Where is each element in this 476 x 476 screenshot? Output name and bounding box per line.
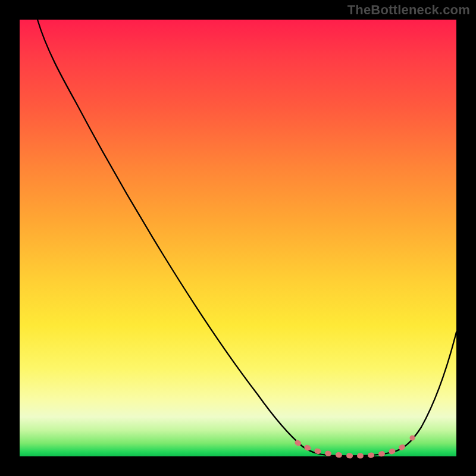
- chart-frame: TheBottleneck.com: [0, 0, 476, 476]
- bottleneck-curve-svg: [20, 20, 456, 456]
- plot-area: [20, 20, 456, 456]
- bottleneck-curve: [37, 20, 456, 456]
- watermark-text: TheBottleneck.com: [347, 2, 470, 18]
- outlier-dot: [410, 436, 415, 441]
